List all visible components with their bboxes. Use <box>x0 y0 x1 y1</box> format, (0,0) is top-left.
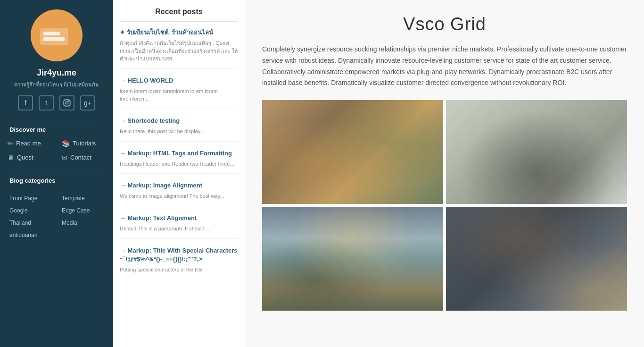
sidebar: Jir4yu.me ความรู้สึกที่ดอนไหนๆ ก็(ไม่)เห… <box>0 0 113 347</box>
svg-point-5 <box>68 101 69 102</box>
cat-front-page[interactable]: Front Page <box>7 193 54 203</box>
post-title-6[interactable]: → Markup: Title With Special Characters … <box>120 246 238 263</box>
post-excerpt-6: Putting special characters in the title <box>120 266 238 274</box>
cat-thailand[interactable]: Thailand <box>7 218 54 228</box>
instagram-icon[interactable] <box>59 95 74 110</box>
post-divider-4 <box>120 206 238 206</box>
rp-divider <box>120 21 238 22</box>
nav-label-contact: Contact <box>70 154 91 161</box>
post-item-2: → Shortcode testing Hello there, this po… <box>120 117 238 142</box>
post-item-0: ✦ รับเขียนเว็บไซต์, ร้านค้าออนไลน์ ถ้าคุ… <box>120 28 238 69</box>
post-excerpt-3: Headings Header one Header two Header th… <box>120 160 238 168</box>
cat-antiquarian[interactable]: antiquarian <box>7 230 54 240</box>
cat-divider <box>11 189 102 189</box>
twitter-icon[interactable]: t <box>39 95 54 110</box>
blog-categories-label: Blog categories <box>0 177 113 184</box>
post-item-4: → Markup: Image Alignment Welcome to ima… <box>120 181 238 206</box>
post-item-6: → Markup: Title With Special Characters … <box>120 246 238 274</box>
post-excerpt-4: Welcome to image alignment! The best way… <box>120 192 238 200</box>
page-title: Vsco Grid <box>262 14 627 34</box>
nav-item-contact[interactable]: ✉ Contact <box>59 152 108 163</box>
svg-rect-3 <box>64 100 70 106</box>
post-title-5[interactable]: → Markup: Text Alignment <box>120 214 238 222</box>
read-me-icon: ✏ <box>8 140 13 147</box>
facebook-icon[interactable]: f <box>18 95 33 110</box>
svg-point-4 <box>66 102 68 104</box>
social-icons: f t g+ <box>18 95 95 110</box>
image-rice-field <box>262 207 443 311</box>
image-grid <box>262 100 627 311</box>
googleplus-icon[interactable]: g+ <box>80 95 95 110</box>
nav-item-quest[interactable]: 🖥 Quest <box>5 152 54 163</box>
cat-template[interactable]: Template <box>59 193 107 203</box>
post-title-4[interactable]: → Markup: Image Alignment <box>120 181 238 190</box>
post-divider-1 <box>120 109 238 109</box>
nav-label-tutorials: Tutorials <box>73 140 96 147</box>
post-item-1: → HELLO WORLD lorem lorem lorem loremlor… <box>120 76 238 109</box>
image-motorcycle <box>446 100 627 204</box>
cat-edge-case[interactable]: Edge Case <box>59 205 107 216</box>
post-excerpt-0: ถ้าคุณกำลังสังเกตกับเว็บไซต์รูปแบบเดิมๆ.… <box>120 39 238 63</box>
tutorials-icon: 📚 <box>62 140 70 147</box>
avatar <box>31 9 83 61</box>
page-description: Completely synergize resource sucking re… <box>262 44 627 89</box>
cat-google[interactable]: Google <box>7 205 54 216</box>
post-title-0[interactable]: ✦ รับเขียนเว็บไซต์, ร้านค้าออนไลน์ <box>120 28 238 37</box>
post-excerpt-5: Default This is a paragraph. It should..… <box>120 225 238 233</box>
site-tagline: ความรู้สึกที่ดอนไหนๆ ก็(ไม่)เหมือนกัน <box>7 81 107 89</box>
nav-item-tutorials[interactable]: 📚 Tutorials <box>59 138 108 149</box>
categories-grid: Front Page Template Google Edge Case Tha… <box>0 193 113 240</box>
nav-label-quest: Quest <box>17 154 33 161</box>
quest-icon: 🖥 <box>8 154 14 161</box>
post-divider-2 <box>120 141 238 142</box>
image-living-room <box>262 100 443 204</box>
recent-posts-panel: Recent posts ✦ รับเขียนเว็บไซต์, ร้านค้า… <box>113 0 245 347</box>
sidebar-divider <box>11 121 102 121</box>
site-title: Jir4yu.me <box>37 68 76 78</box>
image-portrait <box>446 207 627 311</box>
svg-rect-1 <box>43 32 60 35</box>
contact-icon: ✉ <box>62 154 67 161</box>
post-title-3[interactable]: → Markup: HTML Tags and Formatting <box>120 149 238 158</box>
post-excerpt-2: Hello there, this post will be display..… <box>120 127 238 135</box>
post-title-2[interactable]: → Shortcode testing <box>120 117 238 125</box>
nav-label-read-me: Read me <box>16 140 41 147</box>
discover-label: Discover me <box>0 126 113 133</box>
post-item-3: → Markup: HTML Tags and Formatting Headi… <box>120 149 238 174</box>
post-item-5: → Markup: Text Alignment Default This is… <box>120 214 238 239</box>
nav-divider <box>11 172 102 172</box>
post-divider-0 <box>120 68 238 69</box>
cat-media[interactable]: Media <box>59 218 107 228</box>
post-divider-5 <box>120 238 238 239</box>
post-excerpt-1: lorem lorem lorem loremlorem lorem lorem… <box>120 87 238 103</box>
svg-rect-0 <box>40 28 68 45</box>
svg-rect-2 <box>43 37 65 41</box>
main-content: Vsco Grid Completely synergize resource … <box>245 0 644 347</box>
nav-item-read-me[interactable]: ✏ Read me <box>5 138 54 149</box>
post-title-1[interactable]: → HELLO WORLD <box>120 76 238 85</box>
post-divider-3 <box>120 173 238 174</box>
recent-posts-title: Recent posts <box>120 8 238 16</box>
nav-grid: ✏ Read me 📚 Tutorials 🖥 Quest ✉ Contact <box>0 138 113 163</box>
